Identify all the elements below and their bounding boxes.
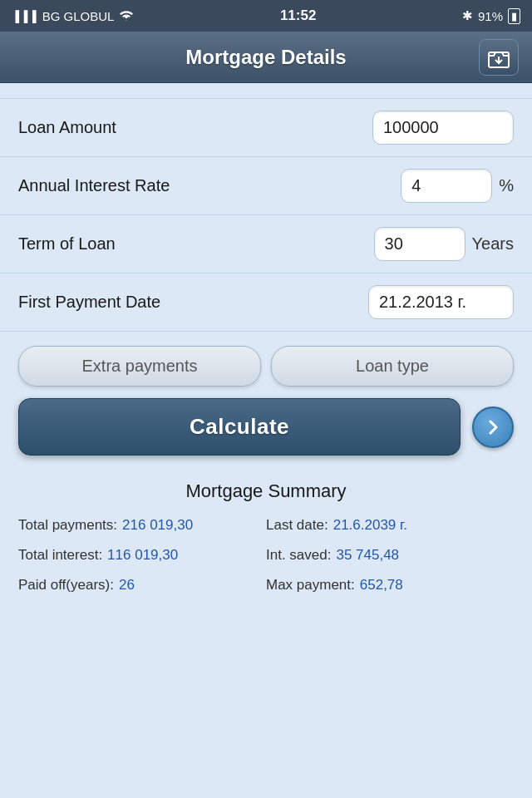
interest-rate-input-group: % [401,169,514,203]
header: Mortgage Details [0,32,532,83]
loan-amount-input-group [372,111,514,145]
summary-section: Mortgage Summary Total payments: 216 019… [0,472,532,613]
loan-amount-row: Loan Amount [0,98,532,157]
interest-rate-row: Annual Interest Rate % [0,156,532,215]
first-payment-row: First Payment Date [0,273,532,332]
battery-icon: ▮ [508,8,520,24]
summary-grid: Total payments: 216 019,30 Last date: 21… [18,514,514,597]
term-input-group: Years [374,227,514,261]
loan-amount-label: Loan Amount [18,118,116,137]
loan-type-button[interactable]: Loan type [271,346,514,387]
form-section: Loan Amount Annual Interest Rate % Term … [0,98,532,332]
interest-rate-input[interactable] [401,169,492,203]
paid-off-value: 26 [119,577,135,594]
total-payments-item: Total payments: 216 019,30 [18,514,266,537]
summary-title: Mortgage Summary [18,480,514,502]
interest-rate-label: Annual Interest Rate [18,176,170,195]
total-interest-item: Total interest: 116 019,30 [18,544,266,567]
content: Loan Amount Annual Interest Rate % Term … [0,83,532,613]
term-input[interactable] [374,227,466,261]
page-title: Mortgage Details [53,46,479,69]
loan-amount-input[interactable] [372,111,514,145]
total-payments-label: Total payments: [18,517,117,534]
term-row: Term of Loan Years [0,214,532,273]
paid-off-label: Paid off(years): [18,577,114,594]
save-folder-icon [487,46,510,69]
int-saved-label: Int. saved: [266,547,331,564]
paid-off-item: Paid off(years): 26 [18,574,266,597]
last-date-value: 21.6.2039 г. [333,517,407,534]
carrier-name: BG GLOBUL [42,9,115,23]
status-bar: ▐▐▐ BG GLOBUL 11:52 ✱ 91% ▮ [0,0,532,32]
max-payment-label: Max payment: [266,577,355,594]
total-interest-label: Total interest: [18,547,102,564]
signal-bars: ▐▐▐ [12,10,37,22]
next-button[interactable] [472,406,514,448]
status-right: ✱ 91% ▮ [462,8,520,24]
max-payment-value: 652,78 [360,577,403,594]
first-payment-label: First Payment Date [18,293,160,312]
last-date-item: Last date: 21.6.2039 г. [266,514,514,537]
calculate-button[interactable]: Calculate [18,398,461,456]
int-saved-value: 35 745,48 [336,547,399,564]
int-saved-item: Int. saved: 35 745,48 [266,544,514,567]
status-time: 11:52 [280,7,316,24]
total-interest-value: 116 019,30 [107,547,178,564]
extra-payments-button[interactable]: Extra payments [18,346,261,387]
chevron-right-icon [483,417,503,437]
pill-buttons-row: Extra payments Loan type [0,331,532,398]
max-payment-item: Max payment: 652,78 [266,574,514,597]
status-left: ▐▐▐ BG GLOBUL [12,9,134,23]
term-unit: Years [472,234,514,254]
first-payment-input-group [368,285,514,319]
first-payment-input[interactable] [368,285,514,319]
term-label: Term of Loan [18,234,116,254]
calculate-row: Calculate [0,398,532,472]
total-payments-value: 216 019,30 [122,517,193,534]
save-button[interactable] [479,39,519,76]
bluetooth-icon: ✱ [462,8,473,23]
wifi-icon [119,9,134,23]
battery-percent: 91% [478,9,503,23]
last-date-label: Last date: [266,517,328,534]
interest-unit: % [499,176,514,195]
